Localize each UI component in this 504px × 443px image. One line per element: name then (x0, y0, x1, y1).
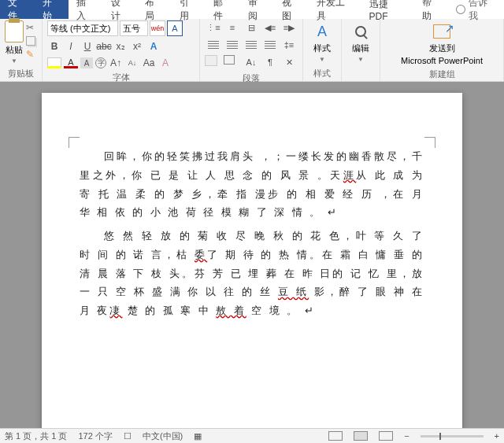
char-shading-button[interactable]: A (80, 57, 93, 68)
font-size-select[interactable] (120, 20, 148, 36)
copy-icon[interactable] (26, 36, 35, 46)
zoom-out-button[interactable]: − (404, 431, 409, 441)
borders-button[interactable] (224, 55, 235, 65)
group-paragraph: ⋮≡ ≡ ⊟ ◀≡ ≡▶ ‡≡ A↓ ¶ ✕ 段落 (200, 19, 303, 81)
tab-home[interactable]: 开始 (35, 0, 69, 19)
editing-group-label (346, 78, 375, 79)
tab-tellme[interactable]: 告诉我 (448, 0, 504, 19)
zoom-in-button[interactable]: + (495, 431, 499, 441)
asian-layout-button[interactable]: ✕ (280, 55, 298, 69)
justify-button[interactable] (261, 38, 279, 52)
macro-icon[interactable]: ▦ (194, 431, 202, 441)
chevron-down-icon: ▼ (11, 57, 17, 65)
send-target: Microsoft PowerPoint (401, 56, 483, 65)
editing-button[interactable]: 编辑 ▼ (346, 20, 375, 65)
read-mode-icon[interactable] (328, 431, 343, 441)
newgroup-label: 新建组 (385, 67, 498, 80)
bold-button[interactable]: B (47, 39, 61, 54)
font-color-button[interactable]: A (64, 57, 78, 68)
proofing-icon[interactable]: ☐ (124, 431, 132, 441)
p2-wavy-2: 豆 纸 (278, 286, 309, 297)
strikethrough-button[interactable]: abc (97, 39, 111, 54)
enclose-char-button[interactable]: 字 (95, 57, 106, 68)
highlight-button[interactable] (47, 57, 61, 68)
character-border-button[interactable]: A (167, 20, 183, 36)
underline-button[interactable]: U (80, 39, 94, 54)
styles-icon: A (313, 22, 332, 41)
font-name-select[interactable] (47, 20, 118, 36)
group-font: wén A B I U abc x₂ x² A A A 字 A↑ A↓ Aa A (43, 19, 200, 81)
group-newgroup: 发送到 Microsoft PowerPoint 新建组 (380, 19, 504, 81)
group-clipboard: 粘贴 ▼ ✂ ✎ 剪贴板 (0, 19, 43, 81)
line-spacing-button[interactable]: ‡≡ (280, 38, 298, 52)
status-page[interactable]: 第 1 页，共 1 页 (5, 430, 67, 442)
shrink-font-button[interactable]: A↓ (125, 56, 139, 70)
tab-help[interactable]: 帮助 (414, 0, 449, 19)
cut-icon[interactable]: ✂ (26, 22, 37, 33)
tab-design[interactable]: 设计 (103, 0, 138, 19)
p2-wavy-3: 凄 (109, 305, 122, 316)
clipboard-group-label: 剪贴板 (5, 66, 37, 79)
p1-wavy: 涯 (343, 170, 357, 181)
web-layout-icon[interactable] (379, 431, 393, 441)
styles-label: 样式 (313, 42, 331, 54)
superscript-button[interactable]: x² (130, 39, 144, 54)
status-bar: 第 1 页，共 1 页 172 个字 ☐ 中文(中国) ▦ − + (0, 428, 504, 443)
styles-group-label: 样式 (308, 66, 336, 79)
align-right-button[interactable] (243, 38, 260, 52)
document-body[interactable]: 回眸，你的轻笑拂过我肩头 ，；一缕长发的幽香散尽，千里之外，你 已 是 让 人 … (80, 148, 424, 321)
status-language[interactable]: 中文(中国) (143, 430, 183, 442)
tab-layout[interactable]: 布局 (137, 0, 172, 19)
paragraph-1[interactable]: 回眸，你的轻笑拂过我肩头 ，；一缕长发的幽香散尽，千里之外，你 已 是 让 人 … (80, 148, 424, 223)
tab-file[interactable]: 文件 (0, 0, 35, 19)
decrease-indent-button[interactable]: ◀≡ (261, 20, 279, 35)
tab-developer[interactable]: 开发工具 (309, 0, 361, 19)
ribbon: 粘贴 ▼ ✂ ✎ 剪贴板 wén A B I U abc (0, 19, 504, 82)
bullets-button[interactable]: ⋮≡ (205, 20, 222, 35)
grow-font-button[interactable]: A↑ (109, 56, 123, 70)
increase-indent-button[interactable]: ≡▶ (280, 20, 298, 35)
tab-pdf[interactable]: 迅捷PDF (361, 0, 414, 19)
styles-button[interactable]: A 样式 ▼ (308, 20, 336, 65)
align-left-button[interactable] (205, 38, 222, 52)
multilevel-button[interactable]: ⊟ (243, 20, 260, 35)
tab-view[interactable]: 视图 (274, 0, 309, 19)
margin-corner-tr (424, 137, 435, 148)
print-layout-icon[interactable] (354, 431, 368, 441)
numbering-button[interactable]: ≡ (224, 20, 241, 35)
margin-corner-tl (69, 137, 80, 148)
paragraph-2[interactable]: 悠 然 轻 放 的 菊 收 尽 晚 秋 的 花 色，叶 等 久 了 时 间 的 … (80, 227, 424, 321)
phonetic-guide-button[interactable]: wén (150, 20, 165, 36)
p2-wavy-4: 敖 着 (216, 305, 246, 316)
page: 回眸，你的轻笑拂过我肩头 ，；一缕长发的幽香散尽，千里之外，你 已 是 让 人 … (42, 93, 462, 428)
tab-insert[interactable]: 插入 (69, 0, 103, 19)
shading-button[interactable] (205, 55, 217, 66)
p2-text-e: 空 境 。 ↵ (246, 305, 316, 316)
text-effects-button[interactable]: A (146, 39, 161, 54)
align-center-button[interactable] (224, 38, 241, 52)
paste-button[interactable]: 粘贴 ▼ (5, 20, 24, 65)
tab-review[interactable]: 审阅 (240, 0, 275, 19)
sort-button[interactable]: A↓ (243, 55, 260, 69)
status-words[interactable]: 172 个字 (78, 430, 112, 442)
chevron-down-icon: ▼ (358, 56, 364, 63)
zoom-slider[interactable] (421, 435, 484, 437)
send-to-powerpoint-button[interactable]: 发送到 Microsoft PowerPoint (385, 20, 498, 67)
lightbulb-icon (456, 5, 465, 14)
clipboard-icon (5, 20, 24, 42)
group-editing: 编辑 ▼ (342, 19, 380, 81)
change-case-button[interactable]: Aa (142, 56, 156, 70)
paste-label: 粘贴 (6, 44, 23, 56)
editing-label: 编辑 (352, 42, 369, 54)
clear-formatting-button[interactable]: A (158, 56, 172, 70)
send-label: 发送到 (429, 42, 455, 54)
tab-references[interactable]: 引用 (172, 0, 206, 19)
show-marks-button[interactable]: ¶ (261, 55, 279, 69)
format-painter-icon[interactable]: ✎ (26, 49, 37, 60)
italic-button[interactable]: I (64, 39, 78, 54)
tab-mailings[interactable]: 邮件 (206, 0, 240, 19)
p2-text-d: 楚 的 孤 寒 中 (122, 305, 216, 316)
document-area[interactable]: 回眸，你的轻笑拂过我肩头 ，；一缕长发的幽香散尽，千里之外，你 已 是 让 人 … (0, 82, 504, 428)
subscript-button[interactable]: x₂ (113, 39, 128, 54)
tab-bar: 文件 开始 插入 设计 布局 引用 邮件 审阅 视图 开发工具 迅捷PDF 帮助… (0, 0, 504, 19)
